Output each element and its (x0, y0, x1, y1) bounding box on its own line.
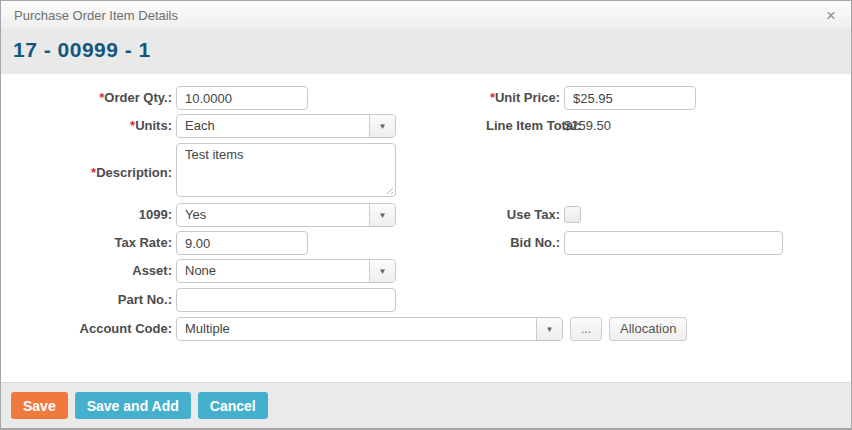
modal-footer: Save Save and Add Cancel (1, 382, 851, 428)
save-button[interactable]: Save (11, 392, 68, 419)
description-textarea[interactable]: Test items (176, 143, 396, 197)
dropdown-arrow-icon[interactable]: ▼ (369, 115, 395, 137)
line-item-total-value: $259.50 (564, 118, 611, 133)
po-number-bar: 17 - 00999 - 1 (1, 29, 851, 74)
save-and-add-button[interactable]: Save and Add (75, 392, 191, 419)
tax-rate-input[interactable] (176, 231, 308, 255)
asset-select[interactable]: None ▼ (176, 259, 396, 283)
order-qty-input[interactable] (176, 86, 308, 110)
tax-rate-label: Tax Rate: (13, 231, 176, 255)
modal-title: Purchase Order Item Details (14, 8, 824, 23)
use-tax-label: Use Tax: (486, 203, 564, 227)
units-selected-value: Each (177, 115, 369, 137)
account-code-selected-value: Multiple (177, 318, 536, 340)
units-select[interactable]: Each ▼ (176, 114, 396, 138)
close-icon[interactable]: × (824, 7, 838, 24)
dropdown-arrow-icon[interactable]: ▼ (369, 260, 395, 282)
1099-select[interactable]: Yes ▼ (176, 203, 396, 227)
part-no-label: Part No.: (13, 288, 176, 312)
account-code-select[interactable]: Multiple ▼ (176, 317, 563, 341)
description-field-wrap: Test items (176, 143, 396, 197)
bid-no-label: Bid No.: (486, 231, 564, 255)
dropdown-arrow-icon[interactable]: ▼ (369, 204, 395, 226)
account-code-label: Account Code: (13, 317, 176, 341)
po-number: 17 - 00999 - 1 (13, 38, 151, 62)
asset-label: Asset: (13, 259, 176, 283)
purchase-order-item-details-modal: Purchase Order Item Details × 17 - 00999… (0, 0, 852, 430)
cancel-button[interactable]: Cancel (198, 392, 268, 419)
modal-header: Purchase Order Item Details × (1, 1, 851, 29)
form-body: *Order Qty.: *Unit Price: *Units: Each ▼… (1, 74, 851, 382)
1099-selected-value: Yes (177, 204, 369, 226)
bid-no-input[interactable] (564, 231, 783, 255)
dropdown-arrow-icon[interactable]: ▼ (536, 318, 562, 340)
order-qty-label: *Order Qty.: (13, 86, 176, 110)
description-label: *Description: (13, 161, 176, 185)
account-code-browse-button[interactable]: ... (570, 317, 602, 341)
part-no-input[interactable] (176, 288, 396, 312)
units-label: *Units: (13, 114, 176, 138)
item-details-form: *Order Qty.: *Unit Price: *Units: Each ▼… (13, 86, 839, 351)
unit-price-label: *Unit Price: (486, 86, 564, 110)
unit-price-input[interactable] (564, 86, 696, 110)
allocation-button[interactable]: Allocation (609, 317, 687, 341)
asset-selected-value: None (177, 260, 369, 282)
use-tax-checkbox[interactable] (564, 206, 581, 223)
line-item-total-label: Line Item Total: (486, 114, 564, 138)
account-code-row: Multiple ▼ ... Allocation (176, 317, 839, 351)
1099-label: 1099: (13, 203, 176, 227)
